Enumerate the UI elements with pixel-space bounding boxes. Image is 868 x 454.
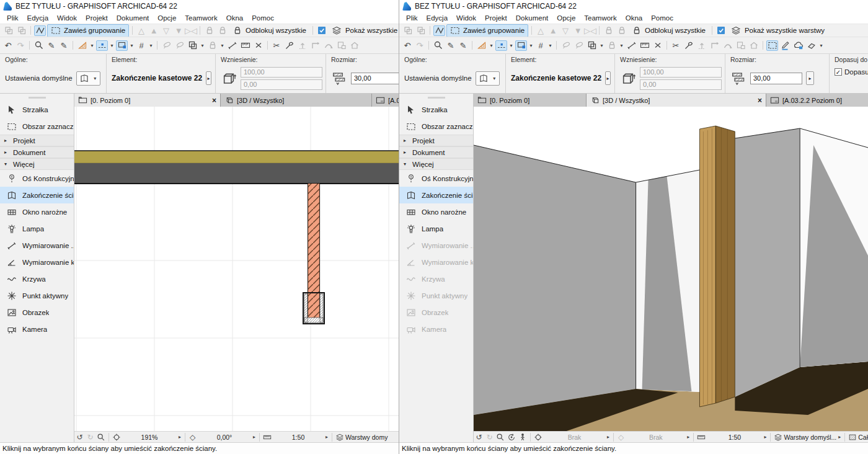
layer-validate-icon[interactable]	[316, 25, 328, 36]
dimension-tool-icon[interactable]	[626, 40, 637, 51]
unlock-icon[interactable]	[616, 25, 627, 36]
tab-floor-plan[interactable]: [0. Poziom 0]	[474, 94, 587, 107]
fillet-icon[interactable]	[322, 40, 334, 51]
lock-icon[interactable]	[603, 25, 614, 36]
roof-icon[interactable]	[348, 40, 360, 51]
flyout-icon[interactable]: ▸	[836, 434, 843, 440]
elevation-top-field[interactable]: 100,00	[640, 67, 722, 78]
stretch-icon[interactable]	[696, 40, 707, 51]
menu-opcje[interactable]: Opcje	[153, 14, 180, 22]
title-bar[interactable]: BEZ TYTUŁU - GRAPHISOFT ARCHICAD-64 22	[0, 0, 399, 12]
menu-okna[interactable]: Okna	[621, 14, 647, 22]
bring-to-front-icon[interactable]: △	[136, 25, 147, 36]
reset-order-icon[interactable]: ▷◁	[185, 25, 197, 36]
toolbox-group-dokument[interactable]: ▸ Dokument	[399, 146, 473, 158]
stretch-icon[interactable]	[296, 40, 308, 51]
title-bar[interactable]: BEZ TYTUŁU - GRAPHISOFT ARCHICAD-64 22	[399, 0, 868, 12]
bring-forward-icon[interactable]: ▲	[547, 25, 559, 36]
paint-value[interactable]: Brak	[626, 434, 685, 441]
find-select-icon[interactable]	[432, 40, 444, 51]
tool-figure[interactable]: Obrazek	[0, 304, 74, 321]
frame-tool-icon[interactable]	[586, 40, 598, 51]
dropdown-icon[interactable]: ▾	[148, 43, 154, 48]
tool-wall-end[interactable]: Zakończenie ści...	[0, 187, 74, 203]
menu-plik[interactable]: Plik	[402, 14, 422, 22]
dimension-tool-icon[interactable]	[226, 40, 238, 51]
edit-pencil-icon[interactable]	[779, 40, 791, 51]
marquee-x-icon[interactable]	[652, 40, 663, 51]
lock-icon[interactable]	[203, 25, 215, 36]
group-icon[interactable]	[2, 25, 14, 36]
tool-camera[interactable]: Kamera	[0, 321, 74, 337]
flyout-icon[interactable]: ▸	[324, 434, 330, 440]
bring-forward-icon[interactable]: ▲	[148, 25, 159, 36]
default-settings-button[interactable]: ▾	[476, 71, 500, 86]
redo-icon[interactable]: ↷	[414, 40, 425, 51]
autogroup-icon[interactable]	[433, 25, 445, 36]
split-icon[interactable]: ✂	[670, 40, 681, 51]
tab-3d[interactable]: [3D / Wszystko] ×	[587, 94, 766, 107]
flyout-icon[interactable]: ▸	[685, 434, 691, 440]
tool-angle-dimension[interactable]: Wymiarowanie k...	[0, 254, 74, 270]
fillet-icon[interactable]	[722, 40, 733, 51]
element-flyout-button[interactable]: ▸	[605, 71, 611, 85]
view-forward-icon[interactable]: ↻	[484, 432, 495, 442]
tab-layout[interactable]: [A.03.2.2 Poziom 0]	[766, 94, 868, 107]
dropdown-icon[interactable]: ▾	[89, 43, 95, 48]
corner-icon[interactable]	[709, 40, 720, 51]
inject-parameters-icon[interactable]: ✎	[58, 40, 69, 51]
size-flyout-button[interactable]: ▸	[806, 71, 814, 85]
ungroup-icon[interactable]	[415, 25, 427, 36]
dropdown-icon[interactable]: ▾	[818, 43, 824, 48]
tool-dimension[interactable]: Wymiarowanie ...	[0, 237, 74, 254]
guide-lines-icon[interactable]	[76, 40, 88, 51]
dropdown-icon[interactable]: ▾	[528, 43, 534, 48]
undo-icon[interactable]: ↶	[2, 40, 14, 51]
relation-leaf-icon[interactable]	[560, 40, 572, 51]
close-tab-icon[interactable]: ×	[207, 96, 216, 105]
snap-guides-icon[interactable]	[495, 40, 507, 51]
tool-grid-axis[interactable]: Oś Konstrukcyjna	[0, 170, 74, 187]
zoom-target-icon[interactable]	[533, 432, 544, 442]
tab-layout[interactable]: [A.03.	[372, 94, 399, 107]
zoom-in-icon[interactable]	[95, 432, 107, 442]
roof-icon[interactable]	[748, 40, 760, 51]
menu-pomoc[interactable]: Pomoc	[647, 14, 678, 22]
fit-height-checkbox[interactable]: ✓	[835, 68, 842, 76]
model-filter-value[interactable]: Cał	[858, 434, 868, 441]
view-back-icon[interactable]: ↺	[74, 432, 85, 442]
cloud-download-icon[interactable]	[792, 40, 804, 51]
autogroup-icon[interactable]	[34, 25, 46, 36]
reset-order-icon[interactable]: ▷◁	[585, 25, 596, 36]
3d-canvas[interactable]	[474, 107, 868, 431]
tool-hotspot[interactable]: Punkt aktywny	[0, 287, 74, 304]
measure-icon[interactable]	[639, 40, 650, 51]
flyout-icon[interactable]: ▸	[177, 434, 183, 440]
unlock-icon[interactable]	[216, 25, 228, 36]
undo-icon[interactable]: ↶	[402, 40, 413, 51]
tool-marquee[interactable]: Obszar zaznacz...	[399, 118, 473, 135]
padlock-icon[interactable]	[206, 40, 218, 51]
walk-mode-icon[interactable]	[517, 432, 528, 442]
toolbox-grip[interactable]	[0, 94, 74, 101]
send-backward-icon[interactable]: ▽	[560, 25, 571, 36]
flyout-icon[interactable]: ▸	[762, 434, 768, 440]
tool-wall-end[interactable]: Zakończenie ści...	[399, 187, 473, 203]
ungroup-icon[interactable]	[16, 25, 27, 36]
menu-teamwork[interactable]: Teamwork	[580, 14, 621, 22]
zoom-target-icon[interactable]	[111, 432, 122, 442]
flyout-icon[interactable]: ▸	[605, 434, 611, 440]
corner-icon[interactable]	[309, 40, 321, 51]
elevation-top-field[interactable]: 100,00	[241, 67, 322, 78]
tab-3d[interactable]: [3D / Wszystko]	[221, 94, 372, 107]
scale-value[interactable]: 1:50	[707, 434, 762, 441]
layers-value[interactable]: Warstwy domy	[345, 434, 388, 441]
inject-parameters-icon[interactable]: ✎	[458, 40, 469, 51]
menu-opcje[interactable]: Opcje	[552, 14, 580, 22]
dropdown-icon[interactable]: ▾	[200, 43, 205, 48]
size-field[interactable]: 30,00	[750, 73, 802, 84]
menu-widok[interactable]: Widok	[53, 14, 81, 22]
suspend-groups-button[interactable]: Zawieś grupowanie	[47, 24, 129, 37]
menu-plik[interactable]: Plik	[2, 14, 23, 22]
tab-floor-plan[interactable]: [0. Poziom 0] ×	[74, 94, 221, 107]
